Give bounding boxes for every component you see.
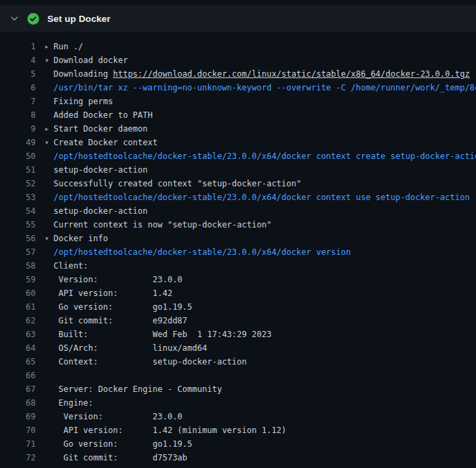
line-text: API version: 1.42 (minimum version 1.12) [53,423,287,437]
log-line: 7 Fixing perms [0,95,476,108]
group-header-label[interactable]: Docker info [53,232,108,245]
line-number[interactable]: 55 [0,218,36,232]
log-line: 50 /opt/hostedtoolcache/docker-stable/23… [0,149,476,163]
log-line: 69 Version: 23.0.0 [0,410,476,423]
line-number[interactable]: 51 [0,163,36,177]
group-header-label[interactable]: Create Docker context [53,136,158,149]
line-number[interactable]: 70 [0,423,36,437]
line-number[interactable]: 1 [0,40,36,53]
line-number[interactable]: 63 [0,328,36,341]
line-number[interactable]: 60 [0,286,36,300]
gutter-gap [36,382,45,396]
line-number[interactable]: 66 [0,369,36,382]
log-line: 67 Server: Docker Engine - Community [0,382,476,396]
log-line: 51 setup-docker-action [0,163,476,177]
chevron-down-icon[interactable] [10,14,19,23]
log-line[interactable]: 9 ▸ Start Docker daemon [0,122,476,136]
log-line: 63 Built: Wed Feb 1 17:43:29 2023 [0,328,476,341]
group-toggle-icon[interactable]: ▸ [45,122,53,136]
line-number[interactable]: 8 [0,108,36,122]
log-line[interactable]: 49 ▾ Create Docker context [0,136,476,149]
gutter-gap [36,273,45,286]
line-text: Engine: [53,396,93,410]
gutter-gap [36,53,45,67]
group-toggle-icon [45,410,53,423]
gutter-gap [36,259,45,273]
line-number[interactable]: 59 [0,273,36,286]
line-number[interactable]: 50 [0,149,36,163]
log-lines: 1 ▸ Run ./ 4 ▾ Download docker 5 Downloa… [0,32,476,465]
gutter-gap [36,355,45,369]
gutter-gap [36,149,45,163]
line-number[interactable]: 49 [0,136,36,149]
log-url-link[interactable]: https://download.docker.com/linux/static… [113,69,470,79]
gutter-gap [36,177,45,190]
line-text: Built: Wed Feb 1 17:43:29 2023 [53,328,272,341]
gutter-gap [36,410,45,423]
line-text: setup-docker-action [53,204,147,218]
group-toggle-icon [45,314,53,328]
gutter-gap [36,232,45,245]
group-toggle-icon[interactable]: ▾ [45,136,53,149]
group-header-label[interactable]: Start Docker daemon [53,122,147,136]
group-toggle-icon [45,108,53,122]
line-number[interactable]: 53 [0,190,36,204]
gutter-gap [36,300,45,314]
log-line[interactable]: 56 ▾ Docker info [0,232,476,245]
group-toggle-icon [45,149,53,163]
group-toggle-icon [45,273,53,286]
log-line: 60 API version: 1.42 [0,286,476,300]
log-line[interactable]: 4 ▾ Download docker [0,53,476,67]
group-toggle-icon [45,286,53,300]
line-number[interactable]: 71 [0,437,36,451]
line-text: Context: setup-docker-action [53,355,247,369]
gutter-gap [36,341,45,355]
log-line: 61 Go version: go1.19.5 [0,300,476,314]
group-toggle-icon [45,451,53,465]
line-number[interactable]: 62 [0,314,36,328]
line-number[interactable]: 61 [0,300,36,314]
gutter-gap [36,369,45,382]
group-toggle-icon [45,328,53,341]
gutter-gap [36,437,45,451]
line-number[interactable]: 52 [0,177,36,190]
log-line[interactable]: 1 ▸ Run ./ [0,40,476,53]
line-number[interactable]: 64 [0,341,36,355]
line-number[interactable]: 56 [0,232,36,245]
line-text: Version: 23.0.0 [53,273,182,286]
gutter-gap [36,245,45,259]
group-header-label[interactable]: Run ./ [53,40,83,53]
log-line: 58 Client: [0,259,476,273]
group-toggle-icon[interactable]: ▸ [45,40,53,53]
line-number[interactable]: 9 [0,122,36,136]
group-header-label[interactable]: Download docker [53,53,128,67]
line-number[interactable]: 67 [0,382,36,396]
line-number[interactable]: 58 [0,259,36,273]
log-line: 52 Successfully created context "setup-d… [0,177,476,190]
group-toggle-icon [45,245,53,259]
step-header[interactable]: Set up Docker [0,5,476,32]
line-number[interactable]: 72 [0,451,36,465]
gutter-gap [36,95,45,108]
line-text: Git commit: e92dd87 [53,314,187,328]
group-toggle-icon [45,204,53,218]
group-toggle-icon[interactable]: ▾ [45,53,53,67]
line-text: Git commit: d7573ab [53,451,187,465]
group-toggle-icon[interactable]: ▾ [45,232,53,245]
group-toggle-icon [45,163,53,177]
line-number[interactable]: 68 [0,396,36,410]
line-text: Go version: go1.19.5 [53,300,192,314]
gutter-gap [36,286,45,300]
line-number[interactable]: 57 [0,245,36,259]
group-toggle-icon [45,218,53,232]
line-number[interactable]: 54 [0,204,36,218]
line-number[interactable]: 5 [0,67,36,81]
line-number[interactable]: 69 [0,410,36,423]
line-text: API version: 1.42 [53,286,172,300]
line-text: Version: 23.0.0 [53,410,182,423]
gutter-gap [36,423,45,437]
line-number[interactable]: 65 [0,355,36,369]
line-number[interactable]: 4 [0,53,36,67]
line-number[interactable]: 6 [0,81,36,95]
line-number[interactable]: 7 [0,95,36,108]
